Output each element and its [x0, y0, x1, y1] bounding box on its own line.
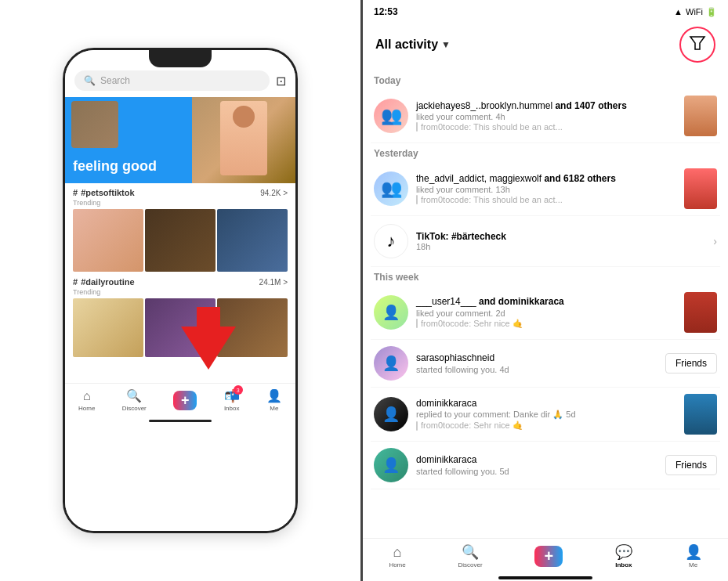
trending-tag-1: #petsoftiktok [81, 188, 134, 197]
r-nav-inbox[interactable]: 💬 Inbox [615, 543, 632, 568]
home-icon: ⌂ [83, 389, 91, 403]
bottom-nav: ⌂ Home 🔍 Discover + 📬 3 Inbox [65, 383, 295, 418]
notification-content: jackiehayes8_..brooklyn.hummel and 1407 … [416, 100, 676, 132]
tiktok-notification-meta: 18h [416, 242, 705, 251]
comment-bar [416, 421, 418, 431]
trending-row-1: # #petsoftiktok 94.2K > [73, 188, 288, 197]
all-activity-label: All activity [375, 38, 438, 52]
filter-icon [689, 34, 706, 56]
trending-count-1: 94.2K > [260, 189, 288, 197]
notification-content: dominikkaraca started following you. 5d [416, 454, 657, 476]
notification-content: ___user14___ and dominikkaraca liked you… [416, 296, 676, 329]
notification-thumbnail [684, 292, 717, 333]
me-icon: 👤 [266, 388, 282, 403]
left-phone-wrapper: 🔍 Search ⊡ feeling good [0, 0, 360, 581]
red-arrow-container [173, 303, 244, 377]
avatar: 👤 [374, 448, 408, 482]
phone-frame: 🔍 Search ⊡ feeling good [63, 48, 298, 533]
r-inbox-label: Inbox [615, 561, 632, 568]
r-me-label: Me [689, 561, 697, 568]
r-nav-plus[interactable]: + [534, 546, 563, 567]
tiktok-icon: ♪ [387, 231, 396, 251]
trending-row-2: # #dailyroutine 24.1M > [73, 277, 288, 287]
banner-text: feeling good [73, 158, 157, 175]
avatar: 👤 [374, 346, 408, 381]
section-label-thisweek: This week [371, 267, 720, 286]
banner-right-image [192, 97, 295, 183]
tiktok-notification-title: TikTok: #bärtecheck [416, 231, 705, 242]
notification-user: dominikkaraca [416, 398, 676, 410]
right-bottom-nav: ⌂ Home 🔍 Discover + 💬 Inbox 👤 Me [363, 538, 728, 573]
nav-inbox[interactable]: 📬 3 Inbox [224, 388, 240, 412]
status-bar: 12:53 ▲ WiFi 🔋 [363, 0, 728, 20]
r-nav-home[interactable]: ⌂ Home [389, 544, 405, 568]
banner-person [220, 101, 267, 175]
username-text: dominikkaraca [416, 454, 476, 465]
trending-count-2: 24.1M > [259, 278, 288, 287]
grid-image-4 [73, 298, 143, 357]
notification-action: started following you. 4d [416, 365, 657, 374]
tiktok-notification-item[interactable]: ♪ TikTok: #bärtecheck 18h › [371, 216, 720, 267]
wifi-icon: WiFi [686, 7, 703, 16]
notification-content: the_advil_addict, maggiexwolf and 6182 o… [416, 173, 676, 205]
comment-bar [416, 319, 418, 328]
notification-user: ___user14___ and dominikkaraca [416, 296, 676, 309]
grid-image-3 [217, 209, 288, 272]
r-nav-me[interactable]: 👤 Me [685, 543, 702, 568]
trending-tag-2: #dailyroutine [81, 277, 134, 287]
notification-thumbnail [684, 394, 717, 435]
all-activity-button[interactable]: All activity ▼ [375, 38, 451, 52]
friends-button[interactable]: Friends [665, 455, 717, 475]
banner-top-image [71, 101, 118, 148]
banner-blue: feeling good [65, 97, 192, 183]
notification-item: 👤 dominikkaraca replied to your comment:… [371, 388, 720, 442]
notification-action: started following you. 5d [416, 467, 657, 476]
trending-section-2: # #dailyroutine 24.1M > Trending [65, 276, 295, 361]
notification-user: jackiehayes8_..brooklyn.hummel and 1407 … [416, 100, 676, 113]
status-icons: ▲ WiFi 🔋 [674, 7, 717, 17]
notification-comment: from0tocode: This should be an act... [416, 122, 676, 132]
comment-text: from0tocode: This should be an act... [421, 195, 563, 204]
trending-label-2: # #dailyroutine [73, 277, 135, 287]
friends-button[interactable]: Friends [665, 353, 717, 374]
signal-icon: ▲ [674, 7, 683, 16]
comment-text: from0tocode: Sehr nice 🤙 [421, 420, 523, 431]
notification-thumbnail [684, 168, 717, 209]
notification-comment: from0tocode: Sehr nice 🤙 [416, 420, 676, 431]
trending-grid-1 [73, 209, 288, 272]
notification-item: 👥 jackiehayes8_..brooklyn.hummel and 140… [371, 89, 720, 143]
nav-discover-label: Discover [122, 405, 147, 412]
grid-image-2 [145, 209, 216, 272]
search-icon: 🔍 [84, 75, 96, 86]
dropdown-arrow-icon: ▼ [441, 39, 451, 50]
scan-icon[interactable]: ⊡ [276, 74, 286, 88]
trending-section-1: # #petsoftiktok 94.2K > Trending [65, 183, 295, 276]
nav-home[interactable]: ⌂ Home [78, 389, 95, 412]
nav-me[interactable]: 👤 Me [266, 388, 282, 412]
avatar: 👥 [374, 171, 408, 206]
r-nav-discover[interactable]: 🔍 Discover [458, 543, 482, 568]
r-discover-icon: 🔍 [462, 543, 479, 561]
nav-plus[interactable]: + [173, 391, 197, 410]
r-plus-icon: + [534, 546, 563, 567]
notification-item: 👥 the_advil_addict, maggiexwolf and 6182… [371, 162, 720, 216]
notification-item: 👤 sarasophiaschneid started following yo… [371, 340, 720, 388]
notification-item: 👤 ___user14___ and dominikkaraca liked y… [371, 286, 720, 340]
comment-text: from0tocode: Sehr nice 🤙 [421, 319, 523, 329]
r-me-icon: 👤 [685, 543, 702, 561]
username-text: ___user14___ [416, 296, 476, 307]
nav-discover[interactable]: 🔍 Discover [122, 388, 147, 412]
search-input-box[interactable]: 🔍 Search [74, 70, 270, 91]
comment-text: from0tocode: This should be an act... [421, 122, 563, 132]
filter-button[interactable] [679, 27, 715, 63]
home-indicator [149, 420, 212, 422]
comment-bar [416, 195, 418, 204]
notification-action: replied to your comment: Danke dir 🙏 5d [416, 410, 676, 420]
red-arrow-icon [173, 303, 244, 374]
notification-header: All activity ▼ [363, 20, 728, 70]
status-time: 12:53 [374, 6, 398, 17]
nav-home-label: Home [78, 405, 95, 412]
discover-icon: 🔍 [126, 388, 142, 403]
hashtag-icon-2: # [73, 277, 78, 287]
main-container: 🔍 Search ⊡ feeling good [0, 0, 728, 581]
